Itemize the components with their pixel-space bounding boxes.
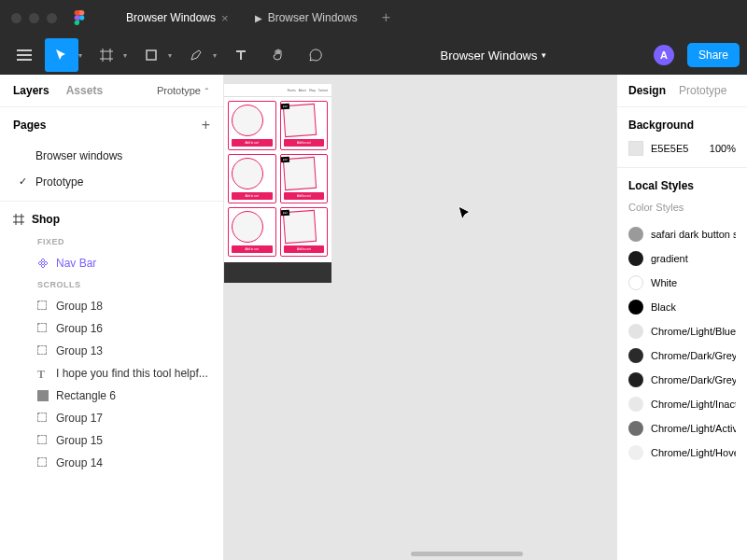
page-item[interactable]: Prototype: [0, 169, 223, 195]
share-button[interactable]: Share: [687, 43, 740, 67]
text-tool[interactable]: [224, 38, 258, 72]
color-swatch: [628, 445, 643, 460]
layer-row[interactable]: Group 15: [0, 429, 223, 452]
background-opacity[interactable]: 100%: [710, 143, 736, 154]
color-swatch: [628, 421, 643, 436]
user-avatar[interactable]: A: [654, 45, 674, 65]
tab-design[interactable]: Design: [628, 84, 666, 97]
main-toolbar: ▾ ▾ ▾ ▾ Browser Windows ▾ A Share: [0, 35, 747, 75]
background-label: Background: [628, 119, 736, 132]
product-card: $12Add to cart: [280, 101, 329, 150]
new-tab-button[interactable]: +: [371, 9, 402, 26]
move-tool[interactable]: [45, 38, 78, 72]
style-name: Chrome/Dark/Grey2: [651, 374, 736, 385]
color-style-row[interactable]: Chrome/Light/Blue: [628, 319, 736, 343]
text-icon: T: [37, 368, 49, 379]
canvas[interactable]: EventsAboutShopContact Add to cart$12Add…: [224, 75, 616, 560]
layer-row[interactable]: Group 18: [0, 295, 223, 317]
right-panel: Design Prototype Background E5E5E5 100% …: [616, 75, 747, 560]
background-hex[interactable]: E5E5E5: [651, 143, 688, 154]
group-icon: [37, 413, 49, 424]
traffic-lights[interactable]: [11, 13, 57, 23]
color-swatch: [628, 324, 643, 339]
layer-name: Group 14: [56, 456, 103, 469]
color-swatch: [628, 372, 643, 387]
chevron-down-icon[interactable]: ▾: [213, 51, 217, 60]
chevron-down-icon[interactable]: ▾: [78, 51, 82, 60]
line-icon: [37, 390, 49, 401]
fixed-section-label: FIXED: [0, 231, 223, 252]
close-icon[interactable]: ×: [221, 11, 229, 25]
color-swatch: [628, 251, 643, 266]
color-style-row[interactable]: Chrome/Dark/Grey2: [628, 368, 736, 392]
style-name: Chrome/Light/Activ: [651, 423, 736, 434]
horizontal-scrollbar[interactable]: [411, 552, 523, 556]
product-card: Add to cart: [228, 101, 276, 150]
document-title[interactable]: Browser Windows ▾: [336, 49, 650, 63]
tab-prototype[interactable]: Prototype: [679, 84, 726, 97]
style-name: Chrome/Light/Hove: [651, 447, 736, 458]
document-tab-preview[interactable]: ▶ Browser Windows: [242, 0, 371, 35]
shape-tool[interactable]: [134, 38, 168, 72]
document-tab[interactable]: Browser Windows ×: [113, 0, 242, 35]
chevron-down-icon[interactable]: ▾: [123, 51, 127, 60]
color-style-row[interactable]: Chrome/Light/Hove: [628, 441, 736, 465]
comment-tool[interactable]: [299, 38, 332, 72]
group-icon: [37, 457, 49, 469]
background-section: Background E5E5E5 100%: [617, 107, 747, 168]
tab-assets[interactable]: Assets: [66, 84, 103, 97]
background-swatch[interactable]: [628, 141, 643, 156]
document-tabs: Browser Windows × ▶ Browser Windows +: [113, 0, 402, 35]
layer-name: Group 15: [56, 434, 103, 447]
color-swatch: [628, 300, 643, 315]
color-style-row[interactable]: safari dark button s: [628, 222, 736, 246]
color-style-row[interactable]: Chrome/Light/Inact: [628, 392, 736, 416]
left-panel: Layers Assets Prototype ⌃ Pages + Browse…: [0, 75, 224, 560]
layer-row[interactable]: Group 13: [0, 340, 223, 362]
color-style-row[interactable]: gradient: [628, 246, 736, 271]
layer-row[interactable]: Rectangle 6: [0, 385, 223, 407]
layer-component[interactable]: Nav Bar: [0, 252, 223, 274]
frame-layer[interactable]: Shop: [0, 207, 223, 231]
cursor-icon: [458, 205, 471, 226]
chevron-up-icon: ⌃: [204, 87, 210, 95]
mock-navbar: EventsAboutShopContact: [224, 84, 331, 97]
color-style-row[interactable]: Black: [628, 295, 736, 319]
color-style-row[interactable]: Chrome/Light/Activ: [628, 416, 736, 441]
tab-prototype-dropdown[interactable]: Prototype ⌃: [157, 85, 210, 96]
tab-label: Browser Windows: [126, 11, 216, 24]
product-card: $12Add to cart: [280, 207, 329, 257]
pen-tool[interactable]: [179, 38, 213, 72]
style-name: safari dark button s: [651, 229, 736, 240]
add-page-button[interactable]: +: [202, 117, 210, 133]
chevron-down-icon[interactable]: ▾: [168, 51, 172, 60]
color-style-row[interactable]: Chrome/Dark/Grey: [628, 343, 736, 368]
product-card: Add to cart: [228, 207, 276, 257]
pages-header: Pages +: [0, 107, 223, 143]
tab-layers[interactable]: Layers: [13, 84, 49, 97]
canvas-frame-shop[interactable]: EventsAboutShopContact Add to cart$12Add…: [224, 84, 331, 283]
layer-name: Group 18: [56, 300, 103, 313]
product-card: Add to cart: [228, 154, 276, 203]
color-style-row[interactable]: White: [628, 271, 736, 295]
group-icon: [37, 435, 49, 446]
left-panel-tabs: Layers Assets Prototype ⌃: [0, 75, 223, 107]
style-name: White: [651, 277, 677, 288]
style-name: Chrome/Light/Blue: [651, 326, 736, 337]
layer-row[interactable]: Group 16: [0, 317, 223, 340]
color-styles-label: Color Styles: [628, 202, 736, 213]
frame-tool[interactable]: [90, 38, 123, 72]
layer-row[interactable]: Group 17: [0, 407, 223, 429]
menu-button[interactable]: [7, 38, 41, 72]
color-swatch: [628, 348, 643, 363]
style-name: Chrome/Light/Inact: [651, 399, 736, 410]
chevron-down-icon: ▾: [542, 50, 546, 60]
layer-row[interactable]: TI hope you find this tool helpf...: [0, 362, 223, 385]
tab-label: Browser Windows: [268, 11, 358, 24]
page-item[interactable]: Browser windows: [0, 143, 223, 169]
local-styles-label: Local Styles: [628, 179, 736, 192]
frame-icon: [13, 214, 24, 225]
layer-name: I hope you find this tool helpf...: [56, 367, 208, 380]
layer-row[interactable]: Group 14: [0, 452, 223, 474]
hand-tool[interactable]: [261, 38, 295, 72]
